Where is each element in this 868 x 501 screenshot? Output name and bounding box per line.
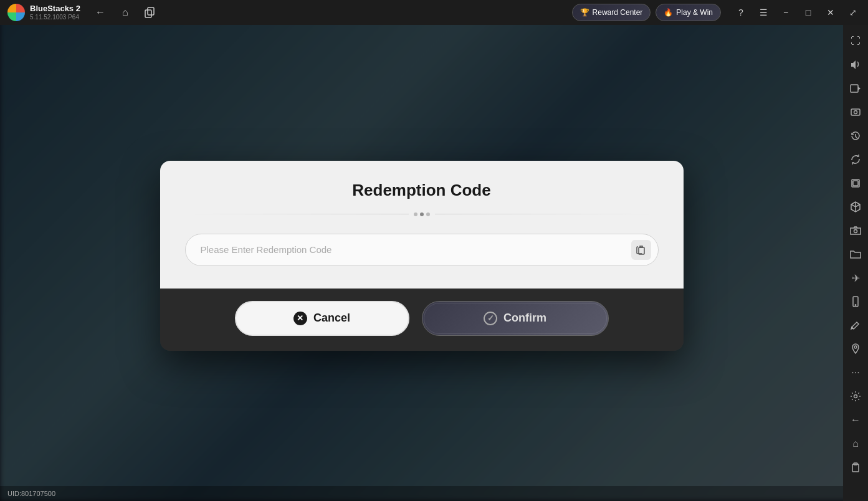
cancel-x-icon: ✕ (293, 312, 307, 325)
settings-icon[interactable] (844, 385, 867, 408)
draw-icon[interactable] (844, 314, 867, 336)
minimize-button[interactable]: − (776, 2, 796, 22)
bottom-bar: UID:801707500 (0, 486, 843, 501)
app-version: 5.11.52.1003 P64 (30, 14, 80, 21)
volume-icon[interactable] (844, 54, 867, 76)
right-sidebar: ⛶ (843, 25, 868, 501)
divider-line-left (185, 214, 409, 214)
more-options-icon[interactable]: ··· (844, 361, 867, 384)
package-icon[interactable] (844, 196, 867, 218)
fullscreen-icon[interactable]: ⛶ (844, 30, 867, 52)
reward-center-button[interactable]: 🏆 Reward Center (572, 4, 651, 21)
play-win-label: Play & Win (676, 8, 713, 17)
svg-point-11 (854, 346, 857, 348)
uid-text: UID:801707500 (7, 490, 55, 497)
bluestacks-logo (7, 4, 25, 21)
confirm-button[interactable]: ✓ Confirm (422, 301, 609, 336)
svg-rect-0 (145, 10, 151, 17)
divider-line-right (435, 214, 659, 214)
svg-rect-4 (851, 109, 860, 115)
svg-point-5 (854, 111, 857, 114)
svg-point-8 (854, 230, 857, 233)
svg-rect-1 (148, 7, 154, 15)
back-button[interactable]: ← (93, 5, 108, 20)
play-win-button[interactable]: 🔥 Play & Win (656, 4, 721, 21)
modal-lower: ✕ Cancel ✓ Confirm (160, 289, 684, 351)
home-sidebar-icon[interactable]: ⌂ (844, 432, 867, 455)
location-icon[interactable] (844, 338, 867, 360)
maximize-button[interactable]: □ (798, 2, 818, 22)
confirm-check-icon: ✓ (484, 312, 497, 325)
expand-button[interactable]: ⤢ (843, 2, 863, 22)
divider-dot-1 (414, 212, 417, 216)
screenshot-icon[interactable] (844, 101, 867, 123)
svg-rect-7 (853, 181, 858, 186)
cancel-label: Cancel (313, 312, 350, 325)
home-button[interactable]: ⌂ (118, 5, 133, 20)
camera-icon[interactable] (844, 219, 867, 242)
clipboard-icon[interactable] (844, 456, 867, 479)
modal-title: Redemption Code (185, 181, 659, 200)
airplane-icon[interactable]: ✈ (844, 267, 867, 289)
app-name: BlueStacks 2 (30, 4, 80, 14)
history-icon[interactable] (844, 125, 867, 147)
close-button[interactable]: ✕ (821, 2, 841, 22)
layers-icon[interactable] (844, 172, 867, 194)
titlebar-center: 🏆 Reward Center 🔥 Play & Win (368, 4, 727, 21)
svg-point-10 (855, 305, 856, 306)
app-title: BlueStacks 2 5.11.52.1003 P64 (30, 4, 80, 21)
divider-dot-2 (420, 212, 424, 216)
svg-marker-3 (858, 87, 861, 90)
rotation-icon[interactable] (844, 148, 867, 171)
phone-icon[interactable] (844, 290, 867, 313)
folder-icon[interactable] (844, 243, 867, 265)
confirm-label: Confirm (503, 312, 546, 325)
back-sidebar-icon[interactable]: ← (844, 409, 867, 431)
modal-divider (185, 212, 659, 216)
svg-rect-13 (852, 464, 859, 472)
input-container (185, 234, 659, 266)
divider-dot-3 (426, 212, 430, 216)
titlebar-controls: ? ☰ − □ ✕ ⤢ (726, 2, 868, 22)
paste-button[interactable] (631, 240, 651, 260)
menu-button[interactable]: ☰ (753, 2, 773, 22)
titlebar-nav: ← ⌂ (85, 5, 165, 20)
svg-point-12 (854, 395, 857, 398)
svg-rect-2 (851, 85, 858, 92)
main-content: Redemption Code (0, 25, 843, 486)
reward-center-label: Reward Center (593, 8, 643, 17)
help-button[interactable]: ? (731, 2, 751, 22)
titlebar-left: BlueStacks 2 5.11.52.1003 P64 ← ⌂ (0, 4, 368, 21)
cancel-button[interactable]: ✕ Cancel (235, 301, 409, 336)
modal-overlay: Redemption Code (0, 25, 843, 486)
divider-dots (409, 212, 435, 216)
redemption-code-input[interactable] (185, 234, 659, 266)
titlebar: BlueStacks 2 5.11.52.1003 P64 ← ⌂ 🏆 Rewa… (0, 0, 868, 25)
multiinstance-button[interactable] (143, 5, 158, 20)
redemption-modal: Redemption Code (160, 161, 684, 351)
record-icon[interactable] (844, 77, 867, 100)
fire-icon: 🏆 (580, 8, 589, 17)
modal-upper: Redemption Code (160, 161, 684, 289)
flame-icon: 🔥 (664, 8, 673, 17)
